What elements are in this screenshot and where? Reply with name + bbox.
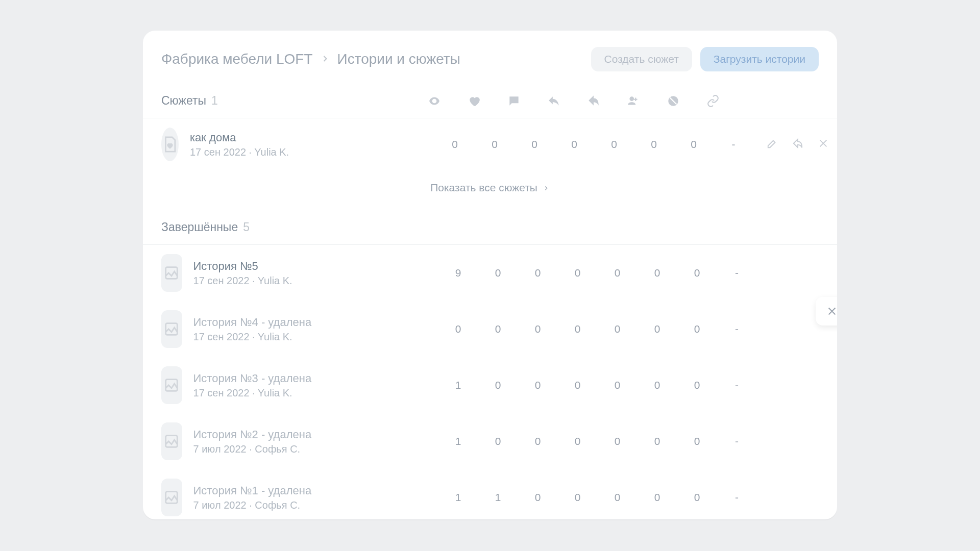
stat-value: 0 (598, 435, 638, 447)
stat-value: 1 (438, 435, 478, 447)
story-row[interactable]: История №2 - удалена 7 июл 2022 · Софья … (143, 413, 837, 469)
followers-icon (614, 94, 653, 108)
stat-value: 0 (638, 435, 677, 447)
stat-value: 0 (638, 491, 677, 504)
breadcrumb: Фабрика мебели LOFT Истории и сюжеты (161, 51, 591, 67)
stat-value: 0 (558, 435, 598, 447)
stat-value: 0 (518, 435, 558, 447)
story-thumbnail (161, 254, 182, 292)
plot-thumbnail (161, 128, 179, 161)
stat-value: 0 (518, 323, 558, 335)
stat-value: 0 (674, 138, 714, 151)
stat-value: 0 (558, 267, 598, 279)
replies-icon (534, 94, 574, 108)
plot-meta: 17 сен 2022 · Yulia K. (190, 146, 435, 158)
plot-row[interactable]: как дома 17 сен 2022 · Yulia K. 0 0 0 0 … (143, 118, 837, 170)
stat-value: - (717, 267, 757, 279)
story-stats: 1000000- (438, 379, 757, 391)
story-meta: 17 сен 2022 · Yulia K. (193, 275, 438, 287)
stat-value: 0 (435, 138, 475, 151)
finished-count: 5 (243, 220, 250, 234)
header: Фабрика мебели LOFT Истории и сюжеты Соз… (143, 31, 837, 84)
story-info: История №4 - удалена 17 сен 2022 · Yulia… (193, 316, 438, 343)
stat-value: - (714, 138, 753, 151)
finished-title: Завершённые (161, 220, 238, 234)
story-thumbnail (161, 479, 182, 516)
story-row[interactable]: История №4 - удалена 17 сен 2022 · Yulia… (143, 301, 837, 357)
stat-value: 1 (438, 491, 478, 504)
stat-value: 0 (598, 491, 638, 504)
stat-column-headers (414, 94, 738, 108)
story-info: История №3 - удалена 17 сен 2022 · Yulia… (193, 372, 438, 399)
link-icon (693, 94, 733, 108)
story-meta: 7 июл 2022 · Софья С. (193, 499, 438, 511)
plots-section-header: Сюжеты 1 (143, 84, 837, 118)
edit-icon[interactable] (767, 138, 778, 151)
stat-value: 0 (478, 435, 518, 447)
story-title: История №4 - удалена (193, 316, 438, 329)
likes-icon (454, 94, 494, 108)
stat-value: 0 (677, 323, 717, 335)
story-thumbnail (161, 422, 182, 460)
stat-value: 0 (478, 267, 518, 279)
story-stats: 0000000- (438, 323, 757, 335)
stat-value: 1 (438, 379, 478, 391)
stat-value: 0 (558, 491, 598, 504)
story-info: История №2 - удалена 7 июл 2022 · Софья … (193, 428, 438, 455)
stat-value: 0 (598, 323, 638, 335)
story-title: История №3 - удалена (193, 372, 438, 385)
stat-value: - (717, 435, 757, 447)
stat-value: 0 (677, 491, 717, 504)
plot-title: как дома (190, 131, 435, 144)
plot-info: как дома 17 сен 2022 · Yulia K. (190, 131, 435, 158)
story-stats: 1100000- (438, 491, 757, 504)
stat-value: 0 (514, 138, 554, 151)
plots-title: Сюжеты (161, 94, 206, 108)
delete-row-button[interactable] (816, 297, 837, 325)
story-meta: 17 сен 2022 · Yulia K. (193, 331, 438, 343)
story-row[interactable]: История №3 - удалена 17 сен 2022 · Yulia… (143, 357, 837, 413)
upload-stories-button[interactable]: Загрузить истории (700, 47, 819, 71)
plot-row-actions (767, 138, 829, 151)
stat-value: 0 (677, 379, 717, 391)
story-stats: 1000000- (438, 435, 757, 447)
stat-value: 0 (598, 379, 638, 391)
story-row[interactable]: История №5 17 сен 2022 · Yulia K. 900000… (143, 245, 837, 301)
story-stats: 9000000- (438, 267, 757, 279)
plot-stats: 0 0 0 0 0 0 0 - (435, 138, 753, 151)
share-icon[interactable] (792, 138, 803, 151)
shares-icon (574, 94, 614, 108)
story-info: История №5 17 сен 2022 · Yulia K. (193, 260, 438, 287)
stat-value: 0 (518, 379, 558, 391)
stat-value: 0 (554, 138, 594, 151)
story-meta: 7 июл 2022 · Софья С. (193, 443, 438, 455)
stat-value: 0 (638, 323, 677, 335)
story-thumbnail (161, 310, 182, 348)
story-title: История №1 - удалена (193, 484, 438, 497)
stat-value: 9 (438, 267, 478, 279)
stat-value: 0 (634, 138, 674, 151)
stat-value: - (717, 379, 757, 391)
story-row[interactable]: История №1 - удалена 7 июл 2022 · Софья … (143, 469, 837, 519)
close-icon[interactable] (818, 138, 829, 151)
breadcrumb-current: Истории и сюжеты (337, 51, 460, 67)
show-all-plots-link[interactable]: Показать все сюжеты (143, 170, 837, 210)
stat-value: 1 (478, 491, 518, 504)
story-title: История №5 (193, 260, 438, 273)
stat-value: 0 (638, 379, 677, 391)
stat-value: 0 (518, 267, 558, 279)
stat-value: - (717, 491, 757, 504)
create-plot-button[interactable]: Создать сюжет (591, 47, 692, 71)
breadcrumb-root[interactable]: Фабрика мебели LOFT (161, 51, 313, 67)
stat-value: 0 (598, 267, 638, 279)
stat-value: 0 (475, 138, 514, 151)
stat-value: - (717, 323, 757, 335)
stat-value: 0 (558, 379, 598, 391)
blocked-icon (653, 94, 693, 108)
stat-value: 0 (518, 491, 558, 504)
finished-section-header: Завершённые 5 (143, 210, 837, 244)
comments-icon (494, 94, 534, 108)
stat-value: 0 (478, 379, 518, 391)
header-actions: Создать сюжет Загрузить истории (591, 47, 819, 71)
chevron-right-icon (320, 51, 330, 67)
